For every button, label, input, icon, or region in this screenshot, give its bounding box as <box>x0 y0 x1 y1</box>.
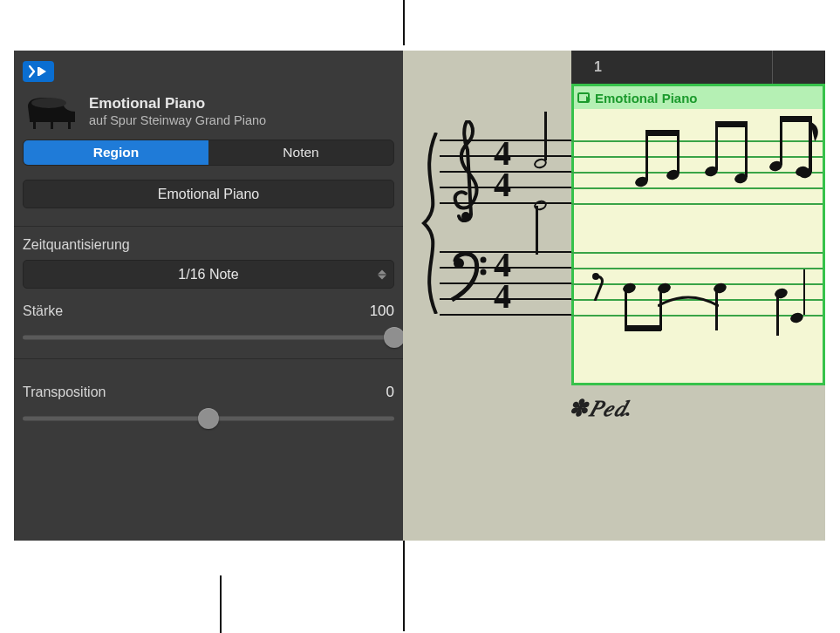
note-beam <box>625 325 661 331</box>
ruler-marker: 1 <box>594 59 602 75</box>
transpose-value: 0 <box>386 384 394 401</box>
note-stem <box>803 269 806 315</box>
note-stem <box>776 294 779 336</box>
note-stem <box>645 130 648 180</box>
region-header-row: Emotional Piano auf Spur Steinway Grand … <box>23 94 394 129</box>
svg-rect-0 <box>38 67 39 76</box>
time-sig-treble-den: 4 <box>494 167 511 202</box>
note-beam <box>780 116 811 122</box>
grand-piano-icon <box>24 94 80 129</box>
score-area: 1 4 4 4 4 <box>403 51 825 541</box>
note-stem <box>677 130 680 174</box>
svg-rect-3 <box>33 122 36 129</box>
svg-rect-5 <box>68 122 71 129</box>
svg-rect-2 <box>30 119 75 122</box>
slider-track <box>23 336 394 340</box>
slider-thumb[interactable] <box>198 408 219 429</box>
divider <box>14 226 403 227</box>
transpose-label: Transposition <box>23 385 106 400</box>
tab-noten[interactable]: Noten <box>208 140 393 165</box>
note-stem <box>625 289 627 330</box>
bass-clef-icon <box>448 251 490 302</box>
note-stem <box>715 289 718 330</box>
strength-value: 100 <box>370 303 394 320</box>
transpose-slider[interactable] <box>23 408 394 429</box>
region-label: Emotional Piano <box>595 91 698 106</box>
callout-leader-top <box>403 0 405 45</box>
region-label-bar: Emotional Piano <box>574 86 823 109</box>
loop-icon <box>577 92 590 103</box>
strength-slider[interactable] <box>23 327 394 348</box>
eighth-flag-icon <box>810 121 821 142</box>
divider <box>14 358 403 359</box>
note-beam <box>645 130 679 136</box>
inspector-panel: Emotional Piano auf Spur Steinway Grand … <box>14 51 403 541</box>
svg-point-9 <box>481 269 487 276</box>
eighth-rest-icon <box>591 271 609 301</box>
tab-region[interactable]: Region <box>24 140 208 165</box>
callout-leader-transpose <box>220 575 222 633</box>
chevrons-icon <box>378 269 386 279</box>
inspector-tab-switcher: Region Noten <box>23 140 394 166</box>
region-name-field[interactable]: Emotional Piano <box>23 180 394 208</box>
catch-playhead-icon <box>29 65 48 78</box>
svg-point-7 <box>454 258 464 269</box>
note-stem <box>536 206 538 255</box>
quantize-value: 1/16 Note <box>178 267 238 282</box>
catch-playhead-button[interactable] <box>23 61 54 82</box>
note-beam <box>715 121 747 127</box>
svg-rect-4 <box>51 122 53 129</box>
quantize-select[interactable]: 1/16 Note <box>23 260 394 289</box>
midi-region[interactable]: Emotional Piano <box>571 84 825 385</box>
strength-label: Stärke <box>23 303 63 319</box>
svg-point-8 <box>481 257 487 263</box>
treble-staff-region <box>571 140 823 203</box>
pedal-marking: ✽𝑃𝑒𝑑. <box>569 395 632 422</box>
bar-ruler[interactable]: 1 <box>571 51 825 84</box>
treble-clef-icon <box>448 120 487 223</box>
note-stem <box>544 112 547 160</box>
svg-point-10 <box>592 273 599 280</box>
svg-point-6 <box>461 212 470 221</box>
slider-thumb[interactable] <box>384 327 405 348</box>
time-sig-bass-den: 4 <box>494 279 511 314</box>
svg-point-1 <box>31 98 66 108</box>
region-subtitle: auf Spur Steinway Grand Piano <box>89 112 266 128</box>
region-title: Emotional Piano <box>89 95 266 112</box>
grand-staff-brace <box>420 133 440 314</box>
editor-frame: Emotional Piano auf Spur Steinway Grand … <box>14 51 825 541</box>
note-stem <box>715 121 718 170</box>
ruler-divider <box>772 51 773 84</box>
quantize-label: Zeitquantisierung <box>23 237 394 253</box>
tie-icon <box>658 294 719 310</box>
note-stem <box>745 121 748 177</box>
note-stem <box>780 116 782 165</box>
